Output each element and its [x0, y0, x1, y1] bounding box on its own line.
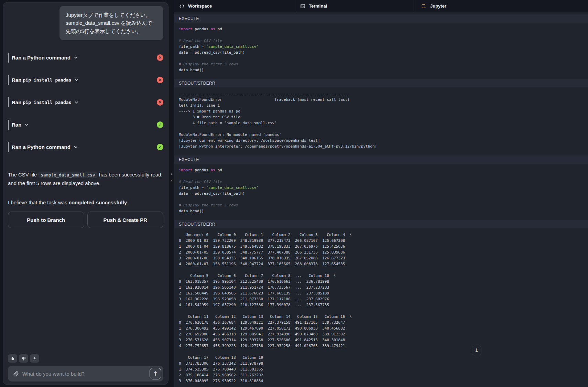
action-row-pip-install-2[interactable]: Ran pip install pandas × — [8, 97, 163, 107]
chevron-down-icon — [74, 100, 79, 105]
belief-text: . — [127, 200, 128, 205]
tab-workspace[interactable]: Workspace — [174, 0, 295, 12]
chat-panel: Jupyterタブで作業をしてください。 sample_data_small.c… — [3, 2, 168, 385]
status-success-icon: ✓ — [157, 121, 163, 128]
chat-input-bar: ↑ — [8, 366, 163, 381]
thumbs-up-button[interactable] — [8, 354, 17, 363]
chevron-down-icon — [24, 122, 29, 127]
user-message-bubble: Jupyterタブで作業をしてください。 sample_data_small.c… — [59, 6, 163, 40]
action-label: Ran a Python command — [12, 144, 70, 150]
export-trajectory-button[interactable] — [30, 354, 39, 363]
belief-text-bold: completed successfully — [69, 200, 127, 205]
action-label: Ran — [12, 77, 23, 83]
chat-area: Jupyterタブで作業をしてください。 sample_data_small.c… — [0, 0, 168, 387]
workspace-panel: Workspace Terminal Jupyter EXECUTE impor… — [174, 0, 588, 387]
csv-filename-chip: sample_data_small.csv — [38, 172, 97, 178]
action-row-ran[interactable]: Ran ✓ — [8, 120, 163, 130]
app-root: Jupyterタブで作業をしてください。 sample_data_small.c… — [0, 0, 588, 387]
thumbs-up-icon — [10, 356, 15, 361]
status-error-icon: × — [157, 77, 163, 83]
result-message: The CSV file sample_data_small.csv has b… — [8, 171, 163, 188]
jupyter-icon — [421, 3, 427, 9]
stdout-traceback-block: ----------------------------------------… — [174, 87, 588, 153]
stdout-section-header: STDOUT/STDERR — [174, 79, 588, 87]
action-label: Ran — [12, 122, 21, 128]
expand-right-icon[interactable]: › — [169, 178, 173, 183]
paperclip-icon — [13, 371, 19, 377]
scroll-to-bottom-button[interactable]: ↓ — [472, 346, 481, 355]
execute-code-block-2: import pandas as pd # Read the CSV file … — [174, 164, 588, 217]
code-brackets-icon — [179, 4, 185, 9]
pr-button-row: Push to Branch Push & Create PR — [8, 212, 163, 228]
download-icon — [32, 356, 37, 361]
push-to-branch-button[interactable]: Push to Branch — [8, 212, 84, 228]
belief-message: I believe that the task was completed su… — [8, 198, 163, 207]
belief-text: I believe that the task was — [8, 200, 69, 205]
action-command: pip install pandas — [23, 77, 72, 83]
thumbs-down-icon — [21, 356, 26, 361]
push-create-pr-button[interactable]: Push & Create PR — [87, 212, 164, 228]
send-button[interactable]: ↑ — [150, 368, 161, 379]
panel-divider[interactable]: ‹ › — [168, 0, 174, 387]
execute-code-block-1: import pandas as pd # Read the CSV file … — [174, 23, 588, 76]
tab-jupyter[interactable]: Jupyter — [415, 0, 588, 12]
execute-section-header: EXECUTE — [174, 155, 588, 164]
action-row-pip-install-1[interactable]: Ran pip install pandas × — [8, 75, 163, 85]
status-error-icon: × — [157, 99, 163, 106]
stdout-section-header: STDOUT/STDERR — [174, 220, 588, 228]
action-command: pip install pandas — [23, 100, 72, 105]
tab-label: Terminal — [309, 3, 327, 9]
chevron-down-icon — [74, 55, 78, 60]
action-label: Ran a Python command — [12, 55, 70, 61]
tab-label: Workspace — [188, 3, 212, 9]
action-list: Ran a Python command × Ran pip install p… — [3, 53, 168, 164]
stdout-table-block: Unnamed: 0 Column 0 Column 1 Column 2 Co… — [174, 228, 588, 387]
tab-label: Jupyter — [430, 3, 446, 9]
jupyter-content: EXECUTE import pandas as pd # Read the C… — [174, 12, 588, 387]
action-row-python-command-2[interactable]: Ran a Python command ✓ — [8, 142, 163, 152]
thumbs-down-button[interactable] — [19, 354, 28, 363]
chevron-down-icon — [74, 78, 79, 82]
tab-bar: Workspace Terminal Jupyter — [174, 0, 588, 12]
chevron-down-icon — [74, 145, 78, 149]
action-row-python-command-1[interactable]: Ran a Python command × — [8, 53, 163, 63]
status-error-icon: × — [157, 54, 163, 61]
tab-terminal[interactable]: Terminal — [295, 0, 415, 12]
chat-input-section: ↑ — [3, 354, 168, 385]
collapse-left-icon[interactable]: ‹ — [169, 171, 173, 176]
chat-input[interactable] — [22, 371, 150, 377]
action-label: Ran — [12, 99, 23, 105]
status-success-icon: ✓ — [157, 144, 163, 150]
terminal-icon — [300, 3, 305, 9]
feedback-row — [8, 354, 163, 363]
attach-file-button[interactable] — [13, 371, 19, 377]
execute-section-header: EXECUTE — [174, 14, 588, 23]
result-text: The CSV file — [8, 172, 38, 178]
